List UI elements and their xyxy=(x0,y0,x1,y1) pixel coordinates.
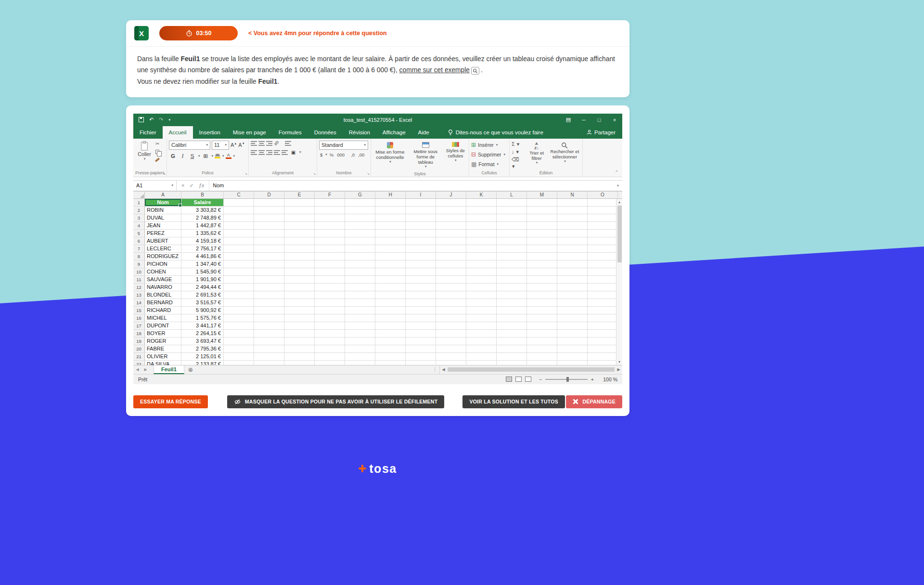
align-center-icon[interactable] xyxy=(258,150,265,155)
salary-cell[interactable]: 1 575,76 € xyxy=(181,314,224,322)
page-layout-view-icon[interactable] xyxy=(515,377,522,382)
add-sheet-icon[interactable]: ⊕ xyxy=(184,365,197,374)
align-left-icon[interactable] xyxy=(251,150,257,155)
name-cell[interactable]: FABRE xyxy=(145,345,181,352)
decrease-decimal-icon[interactable]: ,00 xyxy=(357,152,365,157)
zoom-out-icon[interactable]: − xyxy=(539,377,542,382)
row-header[interactable]: 4 xyxy=(133,222,145,229)
name-cell[interactable]: OLIVIER xyxy=(145,353,181,360)
row-header[interactable]: 14 xyxy=(133,299,145,306)
vertical-scroll-thumb[interactable] xyxy=(617,206,622,262)
hide-question-button[interactable]: MASQUER LA QUESTION POUR NE PAS AVOIR À … xyxy=(227,395,445,408)
name-cell[interactable]: LECLERC xyxy=(145,245,181,252)
salary-cell[interactable]: 4 159,18 € xyxy=(181,237,224,245)
salary-cell[interactable]: 2 748,89 € xyxy=(181,214,224,221)
example-magnifier-icon[interactable] xyxy=(471,67,479,75)
align-top-icon[interactable] xyxy=(251,141,257,146)
name-cell[interactable]: NAVARRO xyxy=(145,284,181,291)
row-header[interactable]: 13 xyxy=(133,291,145,299)
cell-styles-button[interactable]: Styles de cellules▾ xyxy=(444,141,467,163)
quick-access-toolbar-icon[interactable]: ▾ xyxy=(168,118,170,121)
salary-cell[interactable]: 3 693,47 € xyxy=(181,338,224,345)
salary-cell[interactable]: 1 442,87 € xyxy=(181,222,224,229)
row-header[interactable]: 15 xyxy=(133,307,145,314)
name-cell[interactable]: SAUVAGE xyxy=(145,276,181,283)
horizontal-scrollbar[interactable]: ◀ ▶ xyxy=(439,365,622,374)
zoom-slider[interactable] xyxy=(545,379,588,380)
row-header[interactable]: 16 xyxy=(133,314,145,322)
row-header[interactable]: 8 xyxy=(133,253,145,260)
increase-font-icon[interactable]: A▲ xyxy=(231,142,237,148)
delete-cells-button[interactable]: ⊟ Supprimer▾ xyxy=(471,150,507,159)
name-box[interactable]: A1▾ xyxy=(133,181,177,191)
underline-button[interactable]: S xyxy=(188,152,196,160)
salary-cell[interactable]: 1 901,90 € xyxy=(181,276,224,283)
column-header[interactable]: B xyxy=(181,192,224,198)
view-solution-button[interactable]: VOIR LA SOLUTION ET LES TUTOS xyxy=(462,395,565,408)
column-header[interactable]: G xyxy=(345,192,375,198)
menu-tab[interactable]: Accueil xyxy=(163,126,193,139)
menu-tab[interactable]: Aide xyxy=(412,126,436,139)
salary-cell[interactable]: 2 264,15 € xyxy=(181,330,224,337)
expand-formula-bar-icon[interactable]: ▾ xyxy=(614,181,622,191)
zoom-level[interactable]: 100 % xyxy=(597,377,617,382)
font-name-select[interactable]: Calibri▾ xyxy=(169,141,210,150)
column-header[interactable]: J xyxy=(436,192,466,198)
share-button[interactable]: Partager xyxy=(587,126,622,139)
borders-icon[interactable]: ⊞ xyxy=(202,152,210,160)
find-select-button[interactable]: Rechercher et sélectionner▾ xyxy=(549,141,580,164)
ribbon-display-options-icon[interactable]: ▤ xyxy=(561,114,576,126)
italic-button[interactable]: I xyxy=(179,152,187,160)
name-cell[interactable]: COHEN xyxy=(145,268,181,275)
insert-function-icon[interactable]: ƒx xyxy=(199,182,205,188)
name-cell[interactable]: BOYER xyxy=(145,330,181,337)
salary-cell[interactable]: 3 516,57 € xyxy=(181,299,224,306)
salary-cell[interactable]: 2 125,01 € xyxy=(181,353,224,360)
try-answer-button[interactable]: ESSAYER MA RÉPONSE xyxy=(133,395,208,408)
column-header[interactable]: F xyxy=(315,192,345,198)
formula-input[interactable]: Nom xyxy=(209,181,614,191)
font-size-select[interactable]: 11▾ xyxy=(212,141,229,150)
column-header[interactable]: A xyxy=(145,192,181,198)
menu-tab[interactable]: Fichier xyxy=(133,126,163,139)
minimize-icon[interactable]: ─ xyxy=(576,114,591,126)
fill-color-icon[interactable] xyxy=(215,152,220,160)
increase-indent-icon[interactable] xyxy=(282,150,288,155)
autosum-icon[interactable]: Σ ▾ xyxy=(512,141,522,147)
cancel-entry-icon[interactable]: × xyxy=(181,182,184,188)
salary-cell[interactable]: 2 756,17 € xyxy=(181,245,224,252)
name-cell[interactable]: PEREZ xyxy=(145,230,181,237)
column-header[interactable]: I xyxy=(406,192,436,198)
bold-button[interactable]: G xyxy=(169,152,177,160)
select-all-corner[interactable] xyxy=(133,192,145,198)
horizontal-scroll-thumb[interactable] xyxy=(448,367,615,372)
sort-filter-button[interactable]: AZ↓ Trier et filtrer▾ xyxy=(526,141,548,165)
dialog-launcher-icon[interactable]: ↘ xyxy=(244,172,247,176)
salary-cell[interactable]: 2 133,87 € xyxy=(181,361,224,365)
column-header[interactable]: M xyxy=(527,192,557,198)
cut-button[interactable]: ✂ xyxy=(155,141,159,147)
menu-tab[interactable]: Affichage xyxy=(376,126,412,139)
dialog-launcher-icon[interactable]: ↘ xyxy=(163,172,166,176)
salary-cell[interactable]: 3 441,17 € xyxy=(181,322,224,329)
font-color-icon[interactable]: A xyxy=(226,152,231,160)
sheet-tab-feuil1[interactable]: Feuil1 xyxy=(154,365,184,374)
tell-me-box[interactable]: Dites-nous ce que vous voulez faire xyxy=(448,126,543,139)
row-header[interactable]: 9 xyxy=(133,260,145,268)
menu-tab[interactable]: Formules xyxy=(272,126,308,139)
row-header[interactable]: 3 xyxy=(133,214,145,221)
tab-splitter-icon[interactable]: ⋮ xyxy=(431,365,439,374)
zoom-slider-thumb[interactable] xyxy=(566,377,569,382)
menu-tab[interactable]: Données xyxy=(308,126,343,139)
insert-cells-button[interactable]: ⊞ Insérer▾ xyxy=(471,141,507,150)
scroll-down-icon[interactable]: ▼ xyxy=(618,359,621,365)
row-header[interactable]: 10 xyxy=(133,268,145,275)
column-header[interactable]: N xyxy=(557,192,588,198)
merge-center-icon[interactable]: ▣ xyxy=(289,148,297,156)
increase-decimal-icon[interactable]: ,0 xyxy=(350,152,356,157)
menu-tab[interactable]: Révision xyxy=(343,126,376,139)
wrap-text-icon[interactable] xyxy=(285,141,291,146)
undo-icon[interactable]: ↶ xyxy=(149,117,154,122)
confirm-entry-icon[interactable]: ✓ xyxy=(189,182,193,189)
scroll-up-icon[interactable]: ▲ xyxy=(618,199,621,205)
